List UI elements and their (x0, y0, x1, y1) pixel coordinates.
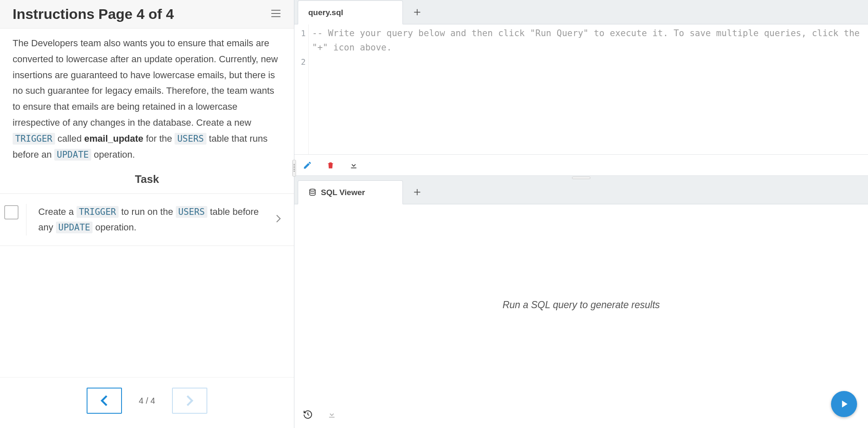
menu-icon[interactable] (270, 9, 281, 20)
pencil-icon[interactable] (303, 161, 312, 170)
trash-icon[interactable] (326, 161, 335, 170)
download-icon[interactable] (349, 161, 358, 170)
instructions-title: Instructions Page 4 of 4 (13, 6, 174, 22)
task-part: to run on the (121, 206, 176, 217)
task-row[interactable]: Create a TRIGGER to run on the USERS tab… (0, 194, 294, 246)
line-number: 1 (294, 26, 308, 55)
add-editor-tab-button[interactable] (405, 0, 429, 24)
history-icon[interactable] (303, 410, 313, 420)
task-part: operation. (95, 222, 137, 232)
viewer-tab[interactable]: SQL Viewer (298, 180, 403, 204)
editor-toolbar (294, 155, 868, 176)
task-text: Create a TRIGGER to run on the USERS tab… (38, 204, 268, 236)
page-indicator: 4 / 4 (139, 396, 155, 406)
instructions-header: Instructions Page 4 of 4 (0, 0, 294, 29)
prev-page-button[interactable] (87, 388, 122, 414)
next-page-button[interactable] (172, 388, 207, 414)
line-gutter: 1 2 (294, 24, 309, 154)
instructions-panel: Instructions Page 4 of 4 The Developers … (0, 0, 294, 428)
instr-part: for the (146, 133, 175, 144)
instructions-footer: 4 / 4 (0, 377, 294, 428)
task-list: Create a TRIGGER to run on the USERS tab… (0, 193, 294, 246)
task-part: Create a (38, 206, 77, 217)
vertical-resize-handle[interactable] (292, 160, 296, 177)
svg-point-5 (310, 189, 315, 191)
instr-part: operation. (94, 149, 135, 160)
task-divider (26, 204, 26, 236)
task-checkbox-wrap (4, 204, 19, 221)
code-update: UPDATE (54, 149, 91, 161)
trigger-name: email_update (84, 133, 143, 144)
chevron-right-icon[interactable] (275, 214, 281, 225)
database-icon (308, 188, 317, 197)
viewer-empty-message: Run a SQL query to generate results (294, 204, 868, 405)
app-root: Instructions Page 4 of 4 The Developers … (0, 0, 868, 428)
viewer-tabbar: SQL Viewer (294, 180, 868, 204)
instructions-body: The Developers team also wants you to en… (0, 29, 294, 167)
sql-viewer: Run a SQL query to generate results (294, 204, 868, 428)
workspace-panel: query.sql 1 2 -- Write your query below … (294, 0, 868, 428)
run-query-button[interactable] (831, 391, 857, 417)
code-users: USERS (175, 133, 206, 145)
add-viewer-tab-button[interactable] (405, 180, 429, 204)
code-trigger: TRIGGER (77, 206, 119, 218)
code-users: USERS (176, 206, 207, 218)
code-update: UPDATE (56, 222, 93, 233)
editor-tab-label: query.sql (308, 8, 343, 17)
line-number: 2 (294, 55, 308, 69)
code-editor[interactable]: 1 2 -- Write your query below and then c… (294, 24, 868, 155)
task-heading: Task (0, 167, 294, 193)
horizontal-resize-handle[interactable] (294, 176, 868, 180)
code-text[interactable]: -- Write your query below and then click… (309, 24, 868, 154)
code-trigger: TRIGGER (13, 133, 55, 145)
instr-part: The Developers team also wants you to en… (13, 38, 278, 128)
instr-part: called (58, 133, 85, 144)
editor-tabbar: query.sql (294, 0, 868, 24)
viewer-tab-label: SQL Viewer (321, 188, 365, 197)
task-checkbox[interactable] (4, 205, 19, 219)
editor-tab[interactable]: query.sql (298, 0, 403, 24)
viewer-toolbar (294, 405, 868, 428)
download-icon[interactable] (327, 410, 336, 419)
